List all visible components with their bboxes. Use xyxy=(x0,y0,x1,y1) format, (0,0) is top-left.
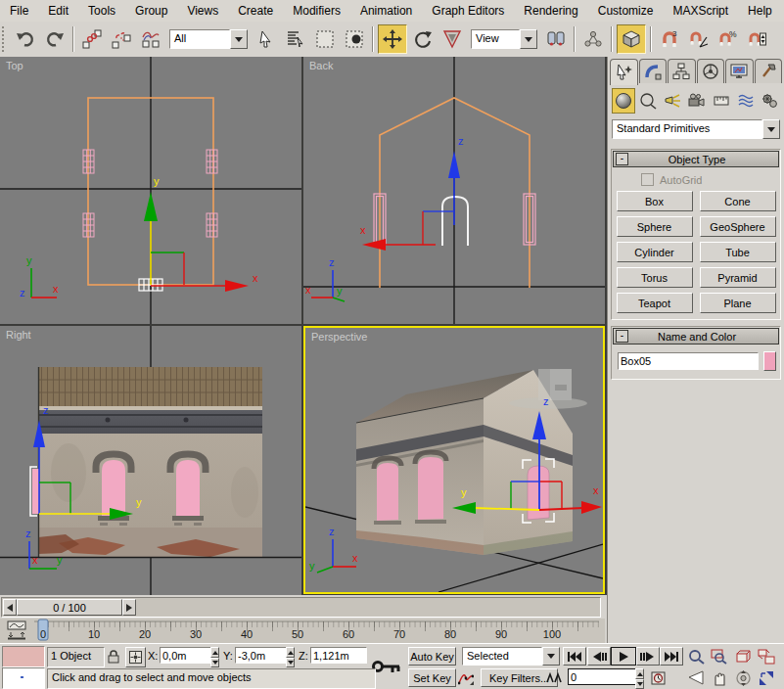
percent-snap-toggle[interactable]: % xyxy=(715,25,742,53)
select-object-button[interactable] xyxy=(253,25,280,53)
time-configuration-button[interactable] xyxy=(649,668,669,687)
snap-toggle-3d-button[interactable]: 3 xyxy=(656,25,683,53)
y-coordinate-field[interactable] xyxy=(235,647,288,664)
window-crossing-toggle[interactable] xyxy=(341,25,368,53)
undo-button[interactable] xyxy=(12,25,39,53)
menu-customize[interactable]: Customize xyxy=(588,2,664,20)
time-slider-handle[interactable]: 0 / 100 xyxy=(17,599,122,616)
tab-display[interactable] xyxy=(725,59,754,83)
slider-next-arrow[interactable] xyxy=(122,599,136,616)
timeline-ruler[interactable] xyxy=(34,619,599,642)
right-viewport-canvas[interactable]: z y z x y xyxy=(0,326,301,595)
frame-spinner[interactable] xyxy=(635,668,644,687)
move-gizmo[interactable]: z x xyxy=(360,135,464,251)
x-spinner[interactable] xyxy=(210,647,219,666)
viewport-top-label[interactable]: Top xyxy=(6,60,23,71)
dropdown-arrow-icon[interactable] xyxy=(762,119,780,139)
min-max-viewport-toggle[interactable] xyxy=(756,668,777,687)
time-slider-track[interactable]: 0 / 100 xyxy=(1,597,601,618)
absolute-offset-toggle[interactable] xyxy=(125,647,146,667)
previous-frame-button[interactable] xyxy=(587,647,611,666)
go-to-end-button[interactable] xyxy=(660,647,683,666)
track-bar[interactable]: 0 10 20 30 40 50 60 70 80 90 100 xyxy=(0,619,605,644)
box-button[interactable]: Box xyxy=(617,191,693,211)
current-frame-field[interactable] xyxy=(568,668,636,685)
cylinder-button[interactable]: Cylinder xyxy=(617,242,693,262)
select-and-link-button[interactable] xyxy=(78,25,106,53)
menu-create[interactable]: Create xyxy=(228,2,283,20)
tab-hierarchy[interactable] xyxy=(668,59,696,83)
viewport-back-label[interactable]: Back xyxy=(309,60,333,71)
use-pivot-point-center-button[interactable] xyxy=(542,25,570,53)
key-mode-dropdown[interactable]: Selected xyxy=(462,647,560,666)
dropdown-arrow-icon[interactable] xyxy=(542,647,560,666)
move-gizmo[interactable]: y x xyxy=(144,175,258,292)
object-color-swatch[interactable] xyxy=(763,351,776,371)
selection-filter-dropdown[interactable]: All xyxy=(169,29,248,49)
select-and-scale-button[interactable] xyxy=(438,25,466,53)
menu-rendering[interactable]: Rendering xyxy=(514,2,587,20)
y-spinner[interactable] xyxy=(286,647,295,666)
tab-utilities[interactable] xyxy=(755,59,783,83)
autogrid-checkbox[interactable] xyxy=(641,173,654,186)
go-to-start-button[interactable] xyxy=(563,647,586,666)
select-and-rotate-button[interactable] xyxy=(409,25,437,53)
z-coordinate-field[interactable] xyxy=(310,647,367,664)
plane-button[interactable]: Plane xyxy=(700,293,776,313)
toolbar-grip[interactable] xyxy=(2,26,8,52)
select-and-move-button[interactable] xyxy=(378,24,407,54)
tab-create[interactable] xyxy=(610,59,638,85)
torus-button[interactable]: Torus xyxy=(617,267,693,288)
next-frame-button[interactable] xyxy=(636,647,660,666)
viewport-perspective-label[interactable]: Perspective xyxy=(311,331,367,343)
select-by-name-button[interactable] xyxy=(282,25,309,53)
menu-help[interactable]: Help xyxy=(738,2,782,20)
category-geometry[interactable] xyxy=(612,88,635,114)
angle-snap-toggle[interactable] xyxy=(685,25,713,53)
unlink-selection-button[interactable] xyxy=(108,25,135,53)
viewport-right[interactable]: Right xyxy=(0,326,301,595)
snaps-toggle-button[interactable] xyxy=(617,24,646,54)
category-lights[interactable] xyxy=(661,88,684,114)
reference-coordinate-system-dropdown[interactable]: View xyxy=(471,29,537,49)
field-of-view-button[interactable] xyxy=(685,668,707,687)
tube-button[interactable]: Tube xyxy=(700,242,776,262)
category-space-warps[interactable] xyxy=(734,88,758,114)
arc-rotate-button[interactable] xyxy=(732,668,754,687)
pyramid-button[interactable]: Pyramid xyxy=(700,267,776,288)
slider-prev-arrow[interactable] xyxy=(3,599,17,616)
rectangular-selection-region-button[interactable] xyxy=(311,25,339,53)
zoom-all-button[interactable] xyxy=(709,647,730,666)
zoom-extents-button[interactable] xyxy=(732,647,754,666)
selection-lock-toggle[interactable] xyxy=(104,647,123,666)
macro-recorder-pane[interactable] xyxy=(2,646,45,667)
play-animation-button[interactable] xyxy=(611,647,636,666)
viewport-right-label[interactable]: Right xyxy=(6,329,31,341)
tab-motion[interactable] xyxy=(697,59,725,83)
back-viewport-canvas[interactable]: z x z x y xyxy=(303,57,605,324)
auto-key-button[interactable]: Auto Key xyxy=(408,647,456,666)
perspective-viewport-canvas[interactable]: z y x z x y xyxy=(305,328,603,592)
object-name-input[interactable] xyxy=(618,352,759,370)
category-helpers[interactable] xyxy=(710,88,733,114)
object-type-header[interactable]: - Object Type xyxy=(613,151,779,167)
menu-group[interactable]: Group xyxy=(125,2,177,20)
zoom-button[interactable] xyxy=(685,647,707,666)
category-shapes[interactable] xyxy=(636,88,660,114)
menu-file[interactable]: File xyxy=(0,2,38,20)
spinner-snap-toggle[interactable] xyxy=(744,25,771,53)
menu-maxscript[interactable]: MAXScript xyxy=(663,2,738,20)
viewport-back[interactable]: Back z x xyxy=(303,57,605,324)
menu-edit[interactable]: Edit xyxy=(38,2,78,20)
set-key-button[interactable]: Set Key xyxy=(408,668,456,687)
collapse-icon[interactable]: - xyxy=(616,330,628,343)
name-and-color-header[interactable]: - Name and Color xyxy=(613,328,779,344)
cone-button[interactable]: Cone xyxy=(700,191,776,211)
redo-button[interactable] xyxy=(41,25,69,53)
zoom-extents-all-button[interactable] xyxy=(756,647,777,666)
geosphere-button[interactable]: GeoSphere xyxy=(700,216,776,237)
open-mini-curve-editor-button[interactable] xyxy=(2,620,31,641)
menu-animation[interactable]: Animation xyxy=(350,2,422,20)
primitive-category-dropdown[interactable]: Standard Primitives xyxy=(612,119,780,139)
dropdown-arrow-icon[interactable] xyxy=(230,29,248,49)
